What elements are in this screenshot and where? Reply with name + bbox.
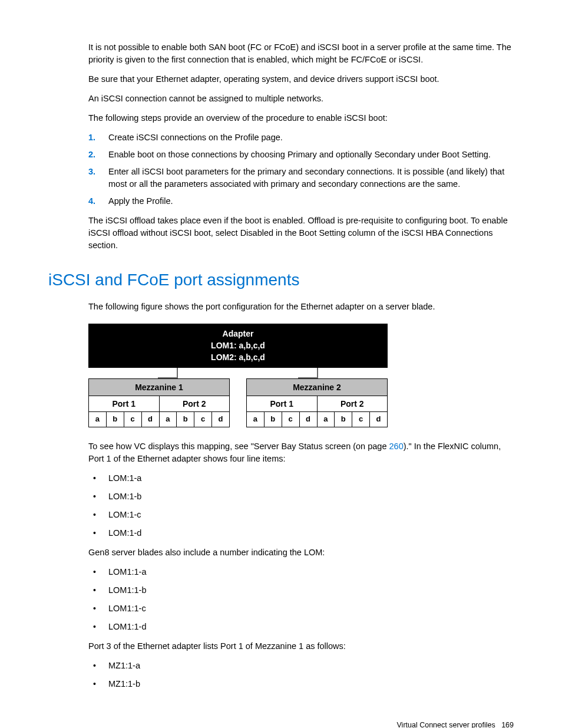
- paragraph: It is not possible to enable both SAN bo…: [88, 41, 514, 66]
- text: To see how VC displays this mapping, see…: [88, 442, 389, 451]
- paragraph: To see how VC displays this mapping, see…: [88, 440, 514, 465]
- slot: a: [247, 412, 265, 427]
- paragraph: The following steps provide an overview …: [88, 112, 514, 124]
- mezz-title: Mezzanine 2: [247, 379, 387, 396]
- slot: d: [212, 412, 229, 427]
- paragraph: An iSCSI connection cannot be assigned t…: [88, 93, 514, 105]
- paragraph: Gen8 server blades also include a number…: [88, 546, 514, 559]
- step-text: Enable boot on those connections by choo…: [108, 149, 491, 161]
- slot: d: [300, 412, 317, 427]
- paragraph: Be sure that your Ethernet adapter, oper…: [88, 73, 514, 85]
- list-item: LOM:1-b: [88, 490, 514, 503]
- ordered-steps: 1.Create iSCSI connections on the Profil…: [88, 131, 514, 207]
- list-item: MZ1:1-a: [88, 660, 514, 672]
- bullet-list: LOM1:1-a LOM1:1-b LOM1:1-c LOM1:1-d: [88, 566, 514, 633]
- slot: b: [335, 412, 352, 427]
- bullet-list: MZ1:1-a MZ1:1-b: [88, 660, 514, 690]
- step-text: Enter all iSCSI boot parameters for the …: [108, 166, 514, 190]
- mezzanine-2: Mezzanine 2 Port 1 a b c d Port 2: [246, 378, 388, 427]
- slot: b: [107, 412, 124, 427]
- list-item: LOM1:1-c: [88, 602, 514, 615]
- list-item: MZ1:1-b: [88, 678, 514, 690]
- adapter-title: Adapter: [89, 328, 387, 340]
- slot: c: [282, 412, 300, 427]
- step-number: 4.: [88, 195, 108, 207]
- port-title: Port 1: [247, 396, 317, 412]
- slot: d: [142, 412, 159, 427]
- list-item: LOM1:1-a: [88, 566, 514, 578]
- port-title: Port 2: [318, 396, 388, 412]
- step-text: Create iSCSI connections on the Profile …: [108, 131, 283, 144]
- mezzanine-1: Mezzanine 1 Port 1 a b c d Port 2: [88, 378, 230, 427]
- list-item: LOM:1-c: [88, 509, 514, 521]
- section-heading: iSCSI and FCoE port assignments: [48, 268, 514, 292]
- bullet-list: LOM:1-a LOM:1-b LOM:1-c LOM:1-d: [88, 472, 514, 539]
- slot: d: [370, 412, 387, 427]
- step-text: Apply the Profile.: [108, 195, 173, 207]
- slot: c: [194, 412, 212, 427]
- slot: c: [124, 412, 142, 427]
- adapter-lom1: LOM1: a,b,c,d: [89, 340, 387, 351]
- page-link[interactable]: 260: [389, 442, 404, 451]
- step-number: 1.: [88, 131, 108, 144]
- list-item: LOM1:1-b: [88, 584, 514, 597]
- slot: b: [177, 412, 194, 427]
- footer-page-number: 169: [501, 721, 514, 728]
- connector-lines: [88, 368, 386, 378]
- list-item: LOM:1-d: [88, 527, 514, 539]
- step-number: 3.: [88, 166, 108, 190]
- port-diagram: Adapter LOM1: a,b,c,d LOM2: a,b,c,d Mezz…: [88, 324, 514, 427]
- list-item: LOM:1-a: [88, 472, 514, 485]
- paragraph: Port 3 of the Ethernet adapter lists Por…: [88, 640, 514, 653]
- adapter-lom2: LOM2: a,b,c,d: [89, 351, 387, 363]
- page-footer: Virtual Connect server profiles 169: [48, 720, 514, 728]
- list-item: LOM1:1-d: [88, 621, 514, 633]
- slot: a: [318, 412, 335, 427]
- slot: b: [265, 412, 282, 427]
- mezz-title: Mezzanine 1: [89, 379, 229, 396]
- adapter-box: Adapter LOM1: a,b,c,d LOM2: a,b,c,d: [88, 324, 388, 368]
- footer-section: Virtual Connect server profiles: [397, 721, 495, 728]
- slot: a: [160, 412, 177, 427]
- slot: c: [352, 412, 370, 427]
- paragraph: The iSCSI offload takes place even if th…: [88, 215, 514, 252]
- step-number: 2.: [88, 149, 108, 161]
- slot: a: [89, 412, 107, 427]
- port-title: Port 2: [160, 396, 230, 412]
- port-title: Port 1: [89, 396, 159, 412]
- paragraph: The following figure shows the port conf…: [88, 301, 514, 313]
